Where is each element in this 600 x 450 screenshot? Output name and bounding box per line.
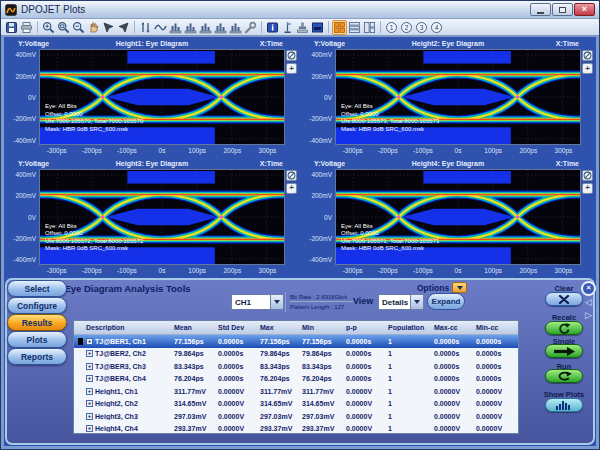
plot-reset-button[interactable] [286,50,297,61]
plot-zoom-in-button[interactable]: + [582,183,593,194]
minimize-button[interactable] [530,3,551,16]
column-header[interactable]: Max [258,324,300,331]
expand-button[interactable]: Expand [427,293,465,310]
expand-row-icon[interactable]: + [86,400,93,407]
column-header[interactable]: Population [386,324,432,331]
chevron-down-icon [274,300,280,304]
autoscale-1-icon[interactable] [168,20,183,35]
table-row[interactable]: +TJ@BER1, Ch177.156ps0.0000s77.156ps77.1… [74,335,518,348]
y-axis-ticks: 400mV200mV0V-200mV-400mV [302,49,335,145]
column-header[interactable]: Description [84,324,172,331]
options-dropdown-button[interactable] [452,282,467,293]
x-axis-ticks: -300ps-200ps-100ps0s100ps200ps300ps [39,265,285,277]
settings-wrench-icon[interactable] [243,20,258,35]
value-cell: 297.03mV [300,413,344,420]
column-header[interactable]: Std Dev [216,324,258,331]
autoscale-5-icon[interactable] [228,20,243,35]
run-icon [556,371,572,381]
autoscale-3-icon[interactable] [198,20,213,35]
cursor-2-icon[interactable] [116,20,131,35]
zoom-area-icon[interactable] [56,20,71,35]
y-axis-ticks: 400mV200mV0V-200mV-400mV [6,49,39,145]
vertical-cursors-icon[interactable] [138,20,153,35]
column-header[interactable]: Max-cc [432,324,474,331]
eye-diagram-canvas[interactable]: Eye: All BitsOffset: 0.0000UIs:7000:1055… [335,169,581,265]
plot-reset-button[interactable] [582,50,593,61]
plot-reset-button[interactable] [582,170,593,181]
svg-text:4: 4 [435,23,439,30]
stamp-icon[interactable] [295,20,310,35]
expand-row-icon[interactable]: + [86,363,93,370]
print-icon[interactable] [19,20,34,35]
x-axis-ticks: -300ps-200ps-100ps0s100ps200ps300ps [335,265,581,277]
show-plots-button[interactable] [545,398,583,412]
plot-4-icon[interactable]: 4 [429,20,444,35]
nav-button-configure[interactable]: Configure [7,297,67,314]
layout-grid-icon[interactable] [332,20,347,35]
expand-row-icon[interactable]: + [86,375,93,382]
column-header[interactable]: Min [300,324,344,331]
waveform-scale-icon[interactable] [153,20,168,35]
table-row[interactable]: +Height3, Ch3297.03mV0.0000V297.03mV297.… [74,410,518,423]
single-button[interactable] [545,344,583,358]
channel-select[interactable]: CH1 [231,294,284,310]
toolbar-separator [37,21,38,33]
layout-rows-icon[interactable] [347,20,362,35]
channel-select-button[interactable] [271,294,284,310]
plot-3-icon[interactable]: 3 [414,20,429,35]
view-select-button[interactable] [411,294,424,310]
recalc-button[interactable] [545,321,583,335]
row-gutter [74,338,84,345]
pan-icon[interactable] [86,20,101,35]
expand-row-icon[interactable]: + [86,425,93,432]
table-row[interactable]: +Height2, Ch2314.65mV0.0000V314.65mV314.… [74,398,518,411]
mask-icon[interactable] [310,20,325,35]
plot-reset-button[interactable] [286,170,297,181]
expand-row-icon[interactable]: + [86,338,93,345]
toolbar-separator [328,21,329,33]
plot-zoom-in-button[interactable]: + [286,63,297,74]
zoom-in-icon[interactable] [41,20,56,35]
nav-button-reports[interactable]: Reports [7,348,67,365]
table-row[interactable]: +TJ@BER3, Ch383.343ps0.0000s83.343ps83.3… [74,360,518,373]
table-row[interactable]: +TJ@BER4, Ch476.204ps0.0000s76.204ps76.2… [74,373,518,386]
save-icon[interactable] [4,20,19,35]
value-cell: 0.0000s [474,338,512,345]
table-row[interactable]: +Height4, Ch4293.37mV0.0000V293.37mV293.… [74,423,518,435]
table-row[interactable]: +TJ@BER2, Ch279.864ps0.0000s79.864ps79.8… [74,348,518,361]
run-button[interactable] [545,369,583,383]
annotation-icon[interactable] [265,20,280,35]
column-header[interactable]: p-p [344,324,386,331]
expand-row-icon[interactable]: + [86,350,93,357]
eye-diagram-canvas[interactable]: Eye: All BitsOffset: 0.0000UIs:8000:1055… [39,169,285,265]
autoscale-4-icon[interactable] [213,20,228,35]
y-tick-label: 400mV [311,51,332,58]
column-header[interactable]: Mean [172,324,216,331]
view-select[interactable]: Details [378,294,424,310]
maximize-button[interactable] [552,3,573,16]
x-tick-label: -200ps [378,147,398,154]
nav-button-select[interactable]: Select [7,280,67,297]
expand-row-icon[interactable]: + [86,413,93,420]
x-tick-label: -100ps [413,267,433,274]
plot-1-icon[interactable]: 1 [384,20,399,35]
clear-button[interactable] [545,292,583,306]
nav-button-results[interactable]: Results [7,314,67,331]
options-menu[interactable]: Options [417,282,467,293]
plot-zoom-in-button[interactable]: + [582,63,593,74]
x-tick-label: -100ps [413,147,433,154]
table-row[interactable]: +Height1, Ch1311.77mV0.0000V311.77mV311.… [74,385,518,398]
autoscale-2-icon[interactable] [183,20,198,35]
plot-zoom-in-button[interactable]: + [286,183,297,194]
column-header[interactable]: Min-cc [474,324,512,331]
cursor-1-icon[interactable] [101,20,116,35]
mast-icon[interactable] [280,20,295,35]
layout-split-icon[interactable] [362,20,377,35]
nav-button-plots[interactable]: Plots [7,331,67,348]
close-button[interactable]: × [574,3,595,16]
expand-row-icon[interactable]: + [86,388,93,395]
plot-2-icon[interactable]: 2 [399,20,414,35]
zoom-out-icon[interactable] [71,20,86,35]
eye-diagram-canvas[interactable]: Eye: All BitsOffset: 0.0000UIs:7000:1055… [39,49,285,145]
eye-diagram-canvas[interactable]: Eye: All BitsOffset: 0.0000UIs:8000:1055… [335,49,581,145]
